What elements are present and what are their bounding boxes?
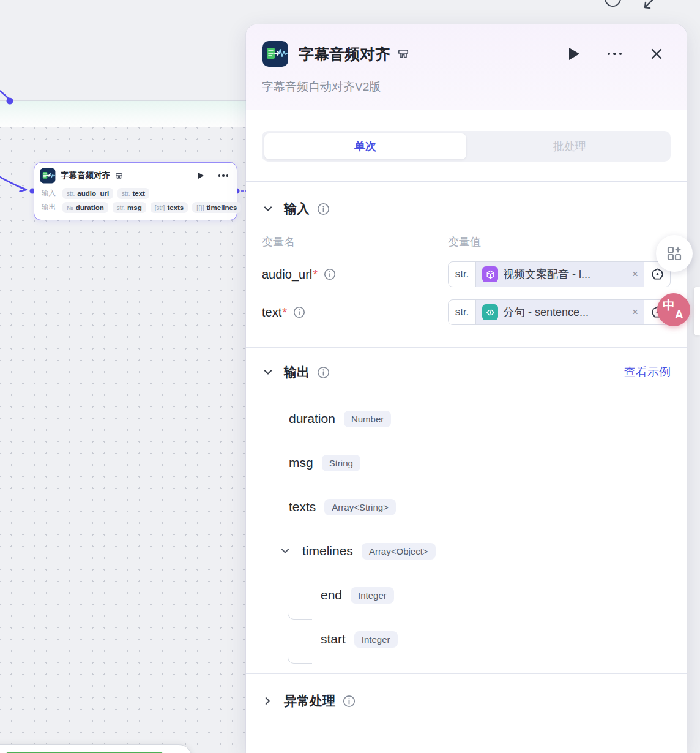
type-badge: Array<Object> — [362, 543, 436, 560]
node-output-chip: [str]texts — [151, 202, 188, 213]
tab-batch[interactable]: 批处理 — [469, 131, 671, 162]
panel-title: 字幕音频对齐 — [299, 44, 390, 64]
type-tag[interactable]: str. — [449, 300, 476, 324]
output-param-end: end Integer — [262, 585, 671, 605]
translate-icon: 中 — [663, 297, 675, 313]
type-badge: Array<String> — [324, 499, 396, 515]
node-icon-large — [262, 40, 289, 67]
history-icon[interactable] — [605, 0, 621, 7]
output-param-msg: msg String — [262, 453, 671, 473]
chevron-down-icon[interactable] — [262, 203, 274, 215]
run-mode-tabs: 单次 批处理 — [246, 110, 687, 182]
view-example-link[interactable]: 查看示例 — [624, 364, 671, 380]
output-section: 输出 查看示例 duration Number msg String texts… — [246, 348, 687, 674]
node-more-button[interactable] — [218, 174, 229, 177]
info-icon[interactable] — [317, 203, 330, 215]
edge-port-dot — [7, 98, 13, 105]
close-button[interactable] — [650, 47, 663, 61]
reference-chip[interactable]: 分句 - sentence... × — [476, 300, 644, 324]
node-output-chip: №duration — [62, 202, 108, 213]
info-icon[interactable] — [324, 268, 336, 280]
reference-label: 视频文案配音 - l... — [503, 267, 590, 282]
remove-reference-button[interactable]: × — [630, 268, 638, 280]
plugin-cube-icon — [482, 266, 498, 282]
output-section-title: 输出 — [284, 364, 310, 381]
input-section-title: 输入 — [284, 200, 310, 217]
chevron-right-icon[interactable] — [262, 695, 273, 706]
panel-header: 字幕音频对齐 字幕音频自动对齐V2版 — [246, 24, 687, 110]
column-variable-value: 变量值 — [448, 234, 481, 249]
output-param-start: start Integer — [262, 629, 671, 649]
node-outputs-row: 输出 №duration str.msg [str]texts [{}]time… — [34, 200, 237, 214]
run-button[interactable] — [569, 48, 579, 60]
info-icon[interactable] — [293, 306, 305, 318]
right-edge-panel — [694, 287, 700, 335]
column-variable-name: 变量名 — [262, 234, 448, 249]
input-section: 输入 变量名 变量值 audio_url* str. — [246, 182, 687, 348]
type-badge: String — [322, 455, 360, 471]
value-field-audio-url[interactable]: str. 视频文案配音 - l... × — [448, 261, 671, 287]
node-run-button[interactable] — [198, 173, 204, 179]
components-icon — [664, 243, 685, 264]
node-title: 字幕音频对齐 — [61, 170, 110, 181]
type-badge: Integer — [354, 631, 398, 648]
chevron-down-icon[interactable] — [279, 545, 291, 557]
chevron-down-icon[interactable] — [262, 366, 274, 378]
translate-button[interactable]: 中 A — [657, 293, 690, 326]
input-row-audio-url: audio_url* str. 视频文案配音 - l... — [262, 261, 671, 287]
input-row-text: text* str. 分句 - sentence... × — [262, 299, 671, 325]
more-button[interactable] — [608, 53, 622, 56]
workflow-node-card[interactable]: 字幕音频对齐 输入 str.audio_url str.text 输出 №dur… — [34, 162, 237, 220]
components-button[interactable] — [656, 235, 693, 272]
node-output-chip: str.msg — [113, 202, 146, 213]
node-inputs-row: 输入 str.audio_url str.text — [34, 186, 237, 200]
panel-subtitle: 字幕音频自动对齐V2版 — [262, 79, 671, 95]
output-param-texts: texts Array<String> — [262, 497, 671, 517]
output-param-timelines: timelines Array<Object> — [262, 541, 671, 561]
info-icon[interactable] — [343, 695, 356, 708]
value-field-text[interactable]: str. 分句 - sentence... × — [448, 299, 671, 325]
type-badge: Integer — [351, 587, 394, 604]
exception-section-title: 异常处理 — [284, 692, 335, 710]
tab-single-run[interactable]: 单次 — [264, 133, 466, 159]
node-input-chip: str.text — [117, 188, 149, 199]
node-input-chip: str.audio_url — [62, 188, 113, 199]
output-param-duration: duration Number — [262, 409, 671, 429]
code-node-icon — [482, 304, 498, 320]
node-icon — [40, 168, 56, 184]
store-icon — [115, 172, 123, 180]
type-badge: Number — [344, 411, 391, 427]
reference-chip[interactable]: 视频文案配音 - l... × — [476, 262, 644, 287]
type-tag[interactable]: str. — [449, 262, 476, 287]
timelines-children: end Integer start Integer — [262, 585, 671, 649]
bottom-toolbar[interactable] — [0, 744, 192, 753]
tree-line — [288, 583, 312, 664]
info-icon[interactable] — [317, 366, 330, 379]
store-icon — [397, 48, 409, 60]
node-output-chip: [{}]timelines — [192, 202, 241, 213]
remove-reference-button[interactable]: × — [630, 306, 638, 318]
reference-label: 分句 - sentence... — [503, 305, 589, 320]
exception-section: 异常处理 — [246, 674, 687, 728]
collapse-arrow-icon[interactable] — [639, 0, 656, 9]
node-config-panel: 字幕音频对齐 字幕音频自动对齐V2版 单次 批处理 — [246, 24, 687, 753]
